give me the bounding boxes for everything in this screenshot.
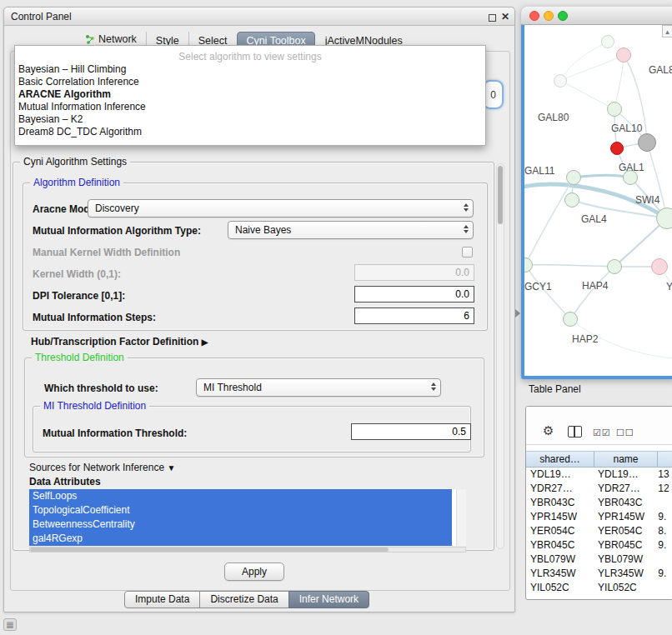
panel-sash-arrow-icon[interactable] [515, 309, 520, 318]
desktop: Control Panel ✕ Network Style Select Cyn… [0, 0, 672, 635]
node-label: HAP2 [572, 333, 598, 345]
mi-threshold-label: Mutual Information Threshold: [43, 428, 187, 439]
tab-infer-network[interactable]: Infer Network [288, 591, 369, 608]
sources-toggle[interactable]: Sources for Network Inference ▼ [29, 462, 175, 473]
manual-kernel-checkbox [462, 247, 473, 258]
table-row[interactable]: YBR045CYBR045C9. [526, 538, 672, 552]
table-row[interactable]: YDL19…YDL19…13 [526, 468, 672, 482]
sources-title: Sources for Network Inference [29, 462, 164, 473]
column-header-name[interactable]: name [594, 451, 658, 468]
settings-scrollbar[interactable] [496, 163, 504, 549]
zoom-traffic-light[interactable] [558, 11, 568, 21]
network-node[interactable] [601, 35, 614, 48]
apply-button[interactable]: Apply [224, 562, 284, 581]
cyni-mode-tabs: Impute Data Discretize Data Infer Networ… [124, 591, 369, 608]
select-all-icon[interactable]: ☑☑ [593, 426, 611, 439]
attribute-list-hscrollbar[interactable] [29, 547, 466, 552]
node-label: SWI4 [635, 194, 659, 206]
attribute-item-selected[interactable]: gal4RGexp [29, 532, 452, 546]
network-node[interactable] [607, 259, 622, 274]
spinner-value: 0 [490, 89, 496, 101]
network-node[interactable] [563, 312, 578, 327]
close-traffic-light[interactable] [529, 11, 539, 21]
table-row[interactable]: YPR145WYPR145W9. [526, 510, 672, 524]
table-toolbar: ⚙ ☑☑ ☐☐ [526, 407, 672, 445]
column-header-shared-name[interactable]: shared… [526, 451, 594, 468]
mi-type-combo[interactable]: Naive Bayes [228, 221, 474, 239]
node-label: GCY1 [524, 281, 552, 292]
network-node[interactable] [554, 74, 567, 88]
dropdown-placeholder: Select algorithm to view settings [15, 50, 485, 63]
control-panel-window: Control Panel ✕ Network Style Select Cyn… [3, 7, 515, 612]
minimize-traffic-light[interactable] [544, 11, 554, 21]
algorithm-dropdown-popup: Select algorithm to view settings Bayesi… [14, 45, 486, 146]
tab-impute-data[interactable]: Impute Data [124, 591, 200, 608]
dpi-tolerance-field[interactable] [354, 286, 474, 302]
kernel-width-field [354, 264, 474, 281]
table-row[interactable]: YBL079WYBL079W [526, 552, 672, 567]
table-body: YDL19…YDL19…13 YDR27…YDR27…12 YBR043CYBR… [526, 468, 672, 599]
mi-steps-field[interactable] [354, 308, 474, 324]
network-node[interactable] [616, 48, 631, 62]
column-header-partial[interactable] [658, 451, 672, 468]
algorithm-option[interactable]: Bayesian – Hill Climbing [15, 63, 485, 76]
attribute-list-vscrollbar[interactable] [456, 489, 466, 546]
threshold-definition-title: Threshold Definition [32, 352, 128, 363]
expand-down-icon: ▼ [167, 463, 175, 472]
tab-discretize-data[interactable]: Discretize Data [199, 591, 288, 608]
which-threshold-value: MI Threshold [203, 382, 262, 393]
algorithm-option[interactable]: Dream8 DC_TDC Algorithm [15, 126, 485, 138]
attribute-item-selected[interactable]: SelfLoops [29, 489, 452, 503]
algorithm-definition-title: Algorithm Definition [30, 177, 123, 188]
node-label: GAL80 [538, 112, 569, 123]
network-node[interactable] [566, 170, 581, 185]
node-label: Y [666, 281, 672, 292]
network-node-selected-red[interactable] [610, 142, 624, 155]
algorithm-option[interactable]: Bayesian – K2 [15, 113, 485, 126]
network-node[interactable] [607, 102, 622, 117]
mi-steps-label: Mutual Information Steps: [33, 312, 156, 323]
algorithm-option-selected[interactable]: ARACNE Algorithm [15, 88, 485, 101]
network-scrollbar-up[interactable]: ▴ [662, 25, 672, 38]
table-row[interactable]: YLR345WYLR345W9. [526, 567, 672, 581]
table-row[interactable]: YBR043CYBR043C [526, 496, 672, 510]
network-node[interactable] [564, 192, 579, 208]
data-attributes-list: SelfLoops TopologicalCoefficient Between… [29, 489, 466, 546]
mi-threshold-field[interactable] [351, 423, 471, 440]
hub-definition-label: Hub/Transcription Factor Definition [31, 336, 198, 348]
algorithm-option[interactable]: Mutual Information Inference [15, 101, 485, 113]
network-view-window: GAL8 GAL80 GAL10 GAL11 GAL1 SWI4 GAL4 GC… [521, 7, 672, 379]
table-header-row: shared… name [526, 451, 672, 468]
node-label: GAL11 [524, 165, 554, 177]
node-label: GAL8 [649, 64, 672, 76]
attribute-item-selected[interactable]: BetweennessCentrality [29, 518, 452, 532]
network-node[interactable] [656, 208, 672, 229]
dock-grid-icon: ▦ [6, 620, 13, 629]
which-threshold-combo[interactable]: MI Threshold [196, 378, 441, 397]
table-row[interactable]: YER054CYER054C8. [526, 524, 672, 538]
dock-panel-icon[interactable]: ▦ [3, 618, 17, 631]
hub-definition-toggle[interactable]: Hub/Transcription Factor Definition ▶ [31, 336, 208, 348]
network-window-titlebar [521, 7, 672, 25]
table-row[interactable]: YDR27…YDR27…12 [526, 482, 672, 496]
close-icon[interactable]: ✕ [501, 10, 509, 23]
show-columns-icon[interactable] [568, 426, 582, 438]
table-row[interactable]: YIL052CYIL052C [526, 581, 672, 595]
select-none-icon[interactable]: ☐☐ [616, 426, 634, 439]
network-node-gray[interactable] [638, 133, 656, 152]
algorithm-option[interactable]: Basic Correlation Inference [15, 76, 485, 88]
node-label: HAP4 [582, 280, 608, 292]
scroll-up-arrow-icon: ▴ [665, 28, 669, 36]
network-canvas[interactable]: GAL8 GAL80 GAL10 GAL11 GAL1 SWI4 GAL4 GC… [524, 25, 672, 376]
gear-icon[interactable]: ⚙ [543, 424, 554, 438]
data-attributes-label: Data Attributes [29, 476, 101, 488]
attribute-item-selected[interactable]: TopologicalCoefficient [29, 503, 452, 518]
table-panel-window: ⚙ ☑☑ ☐☐ shared… name YDL19…YDL19…13 YDR2… [525, 406, 672, 600]
network-node[interactable] [651, 258, 668, 275]
which-threshold-label: Which threshold to use: [44, 382, 158, 394]
mi-threshold-group-title: MI Threshold Definition [40, 400, 149, 412]
aracne-mode-combo[interactable]: Discovery [88, 199, 474, 218]
float-window-icon[interactable] [489, 14, 496, 22]
settings-scrollbar-thumb[interactable] [498, 166, 503, 224]
control-panel-titlebar: Control Panel ✕ [4, 8, 514, 26]
